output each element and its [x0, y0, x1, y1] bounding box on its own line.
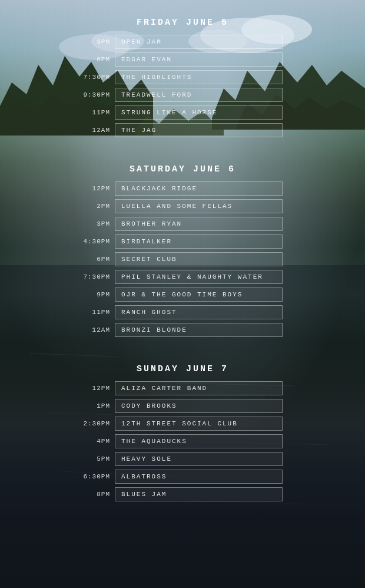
schedule-row: 2PMLuella And Some Fellas	[82, 199, 283, 213]
schedule-row: 6PMSecret Club	[82, 252, 283, 266]
schedule-row: 12PMBlackjack Ridge	[82, 181, 283, 196]
performer-name: OJR & The Good Time Boys	[115, 288, 283, 302]
day-title-sunday: Sunday June 7	[82, 364, 283, 374]
time-label: 2PM	[82, 203, 115, 210]
performer-name: Bronzi Blonde	[115, 323, 283, 337]
day-section-saturday: Saturday June 612PMBlackjack Ridge2PMLue…	[82, 164, 283, 341]
main-content: Friday June 53PMOpen Jam6PMEdgar Evan7:3…	[0, 0, 365, 546]
schedule-row: 11PMStrung Like A Horse	[82, 105, 283, 120]
performer-name: Secret Club	[115, 252, 283, 266]
performer-name: Treadwell Ford	[115, 88, 283, 102]
performer-name: Edgar Evan	[115, 52, 283, 67]
schedule-row: 2:30PM12th Street Social Club	[82, 417, 283, 431]
day-section-friday: Friday June 53PMOpen Jam6PMEdgar Evan7:3…	[82, 18, 283, 141]
day-title-saturday: Saturday June 6	[82, 164, 283, 174]
schedule-row: 7:30PMPhil Stanley & Naughty Water	[82, 270, 283, 284]
schedule-row: 5PMHeavy Sole	[82, 452, 283, 466]
schedule-row: 4:30PMBirdtalker	[82, 234, 283, 249]
schedule-row: 3PMOpen Jam	[82, 35, 283, 49]
time-label: 12PM	[82, 385, 115, 392]
time-label: 8PM	[82, 491, 115, 498]
time-label: 6PM	[82, 256, 115, 263]
schedule-row: 8PMBlues Jam	[82, 487, 283, 501]
performer-name: Aliza Carter Band	[115, 381, 283, 395]
time-label: 4PM	[82, 438, 115, 445]
schedule-row: 3PMBrother Ryan	[82, 217, 283, 231]
performer-name: Luella And Some Fellas	[115, 199, 283, 213]
schedule-row: 1PMCody Brooks	[82, 399, 283, 413]
time-label: 12AM	[82, 326, 115, 333]
day-section-sunday: Sunday June 712PMAliza Carter Band1PMCod…	[82, 364, 283, 505]
schedule-row: 9:30PMTreadwell Ford	[82, 88, 283, 102]
schedule-row: 12PMAliza Carter Band	[82, 381, 283, 395]
time-label: 7:30PM	[82, 74, 115, 81]
schedule-row: 7:30PMThe Highlights	[82, 70, 283, 84]
time-label: 3PM	[82, 220, 115, 227]
schedule-row: 6:30PMAlbatross	[82, 470, 283, 484]
time-label: 12PM	[82, 185, 115, 192]
schedule-row: 9PMOJR & The Good Time Boys	[82, 288, 283, 302]
schedule-row: 12AMBronzi Blonde	[82, 323, 283, 337]
schedule-row: 6PMEdgar Evan	[82, 52, 283, 67]
performer-name: Open Jam	[115, 35, 283, 49]
day-title-friday: Friday June 5	[82, 18, 283, 28]
performer-name: Brother Ryan	[115, 217, 283, 231]
time-label: 11PM	[82, 309, 115, 316]
performer-name: The Jag	[115, 123, 283, 137]
time-label: 1PM	[82, 402, 115, 409]
performer-name: Cody Brooks	[115, 399, 283, 413]
time-label: 5PM	[82, 455, 115, 463]
performer-name: Ranch Ghost	[115, 305, 283, 319]
performer-name: Phil Stanley & Naughty Water	[115, 270, 283, 284]
performer-name: The Aquaducks	[115, 434, 283, 448]
performer-name: Strung Like A Horse	[115, 105, 283, 120]
performer-name: Blues Jam	[115, 487, 283, 501]
schedule-row: 11PMRanch Ghost	[82, 305, 283, 319]
performer-name: Heavy Sole	[115, 452, 283, 466]
performer-name: Albatross	[115, 470, 283, 484]
time-label: 6:30PM	[82, 473, 115, 480]
time-label: 12AM	[82, 127, 115, 134]
time-label: 6PM	[82, 56, 115, 63]
time-label: 2:30PM	[82, 420, 115, 427]
performer-name: 12th Street Social Club	[115, 417, 283, 431]
time-label: 9PM	[82, 291, 115, 298]
schedule-row: 12AMThe Jag	[82, 123, 283, 137]
time-label: 9:30PM	[82, 91, 115, 98]
time-label: 11PM	[82, 109, 115, 116]
time-label: 4:30PM	[82, 238, 115, 245]
time-label: 7:30PM	[82, 273, 115, 280]
performer-name: Birdtalker	[115, 234, 283, 249]
time-label: 3PM	[82, 38, 115, 45]
performer-name: Blackjack Ridge	[115, 181, 283, 196]
schedule-row: 4PMThe Aquaducks	[82, 434, 283, 448]
performer-name: The Highlights	[115, 70, 283, 84]
